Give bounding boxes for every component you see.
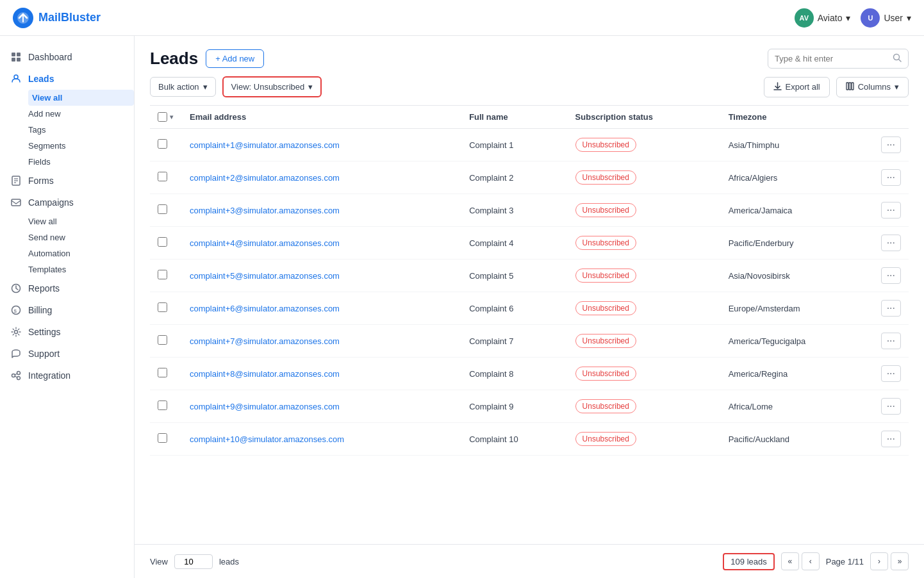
sidebar-item-settings[interactable]: Settings: [0, 321, 134, 343]
add-new-button[interactable]: + Add new: [206, 49, 264, 68]
row-checkbox-7[interactable]: [158, 368, 167, 377]
export-button[interactable]: Export all: [764, 77, 830, 97]
table-row: complaint+10@simulator.amazonses.com Com…: [150, 423, 909, 456]
row-name-3: Complaint 4: [461, 227, 567, 260]
row-timezone-9: Pacific/Auckland: [721, 423, 873, 456]
row-checkbox-cell: [150, 390, 182, 423]
header-chevron-icon[interactable]: ▾: [170, 113, 173, 120]
row-actions-cell-8: ···: [873, 390, 909, 423]
brand-logo[interactable]: MailBluster: [13, 8, 101, 28]
sidebar: Dashboard Leads View all Add new Tags Se…: [0, 36, 135, 578]
row-checkbox-3[interactable]: [158, 237, 167, 247]
export-label: Export all: [786, 82, 820, 92]
row-actions-button-3[interactable]: ···: [881, 235, 901, 251]
sidebar-item-leads[interactable]: Leads: [0, 68, 134, 90]
select-all-checkbox[interactable]: [158, 112, 167, 122]
reports-icon: [10, 283, 22, 294]
email-link-0[interactable]: complaint+1@simulator.amazonses.com: [190, 140, 340, 150]
view-filter-button[interactable]: View: Unsubscribed ▾: [222, 76, 322, 97]
row-checkbox-cell: [150, 129, 182, 161]
account-user[interactable]: U User ▾: [861, 8, 911, 28]
sidebar-item-integration[interactable]: Integration: [0, 365, 134, 386]
svg-rect-1: [12, 53, 15, 56]
row-actions-button-1[interactable]: ···: [881, 169, 901, 186]
page-title-area: Leads + Add new: [150, 49, 264, 69]
col-actions: [873, 106, 909, 129]
email-link-6[interactable]: complaint+7@simulator.amazonses.com: [190, 336, 340, 346]
email-link-7[interactable]: complaint+8@simulator.amazonses.com: [190, 369, 340, 379]
row-checkbox-9[interactable]: [158, 433, 167, 443]
row-checkbox-4[interactable]: [158, 270, 167, 279]
email-link-5[interactable]: complaint+6@simulator.amazonses.com: [190, 304, 340, 313]
search-icon[interactable]: [893, 53, 902, 64]
row-checkbox-5[interactable]: [158, 302, 167, 312]
sidebar-item-forms[interactable]: Forms: [0, 170, 134, 192]
sidebar-item-billing[interactable]: $ Billing: [0, 299, 134, 321]
email-link-1[interactable]: complaint+2@simulator.amazonses.com: [190, 173, 340, 183]
row-checkbox-1[interactable]: [158, 172, 167, 181]
first-page-button[interactable]: «: [781, 552, 799, 570]
toolbar: Bulk action ▾ View: Unsubscribed ▾ Expor…: [135, 69, 924, 105]
row-actions-button-5[interactable]: ···: [881, 300, 901, 317]
sidebar-sub-automation[interactable]: Automation: [28, 245, 134, 261]
last-page-button[interactable]: »: [891, 552, 909, 570]
prev-page-button[interactable]: ‹: [802, 552, 820, 570]
row-timezone-1: Africa/Algiers: [721, 161, 873, 194]
row-timezone-4: Asia/Novosibirsk: [721, 260, 873, 292]
total-leads-badge: 109 leads: [723, 553, 774, 570]
row-actions-cell-0: ···: [873, 129, 909, 161]
row-name-9: Complaint 10: [461, 423, 567, 456]
row-actions-button-9[interactable]: ···: [881, 431, 901, 447]
table-row: complaint+2@simulator.amazonses.com Comp…: [150, 161, 909, 194]
email-link-2[interactable]: complaint+3@simulator.amazonses.com: [190, 206, 340, 215]
row-checkbox-cell: [150, 358, 182, 390]
row-checkbox-8[interactable]: [158, 400, 167, 410]
email-link-9[interactable]: complaint+10@simulator.amazonses.com: [190, 434, 344, 444]
svg-point-17: [17, 377, 21, 380]
sidebar-sub-send-new[interactable]: Send new: [28, 229, 134, 245]
sidebar-item-support[interactable]: Support: [0, 343, 134, 365]
view-filter-chevron-icon: ▾: [308, 82, 313, 92]
row-actions-button-8[interactable]: ···: [881, 398, 901, 415]
row-name-5: Complaint 6: [461, 292, 567, 325]
row-checkbox-2[interactable]: [158, 204, 167, 214]
sidebar-item-reports[interactable]: Reports: [0, 277, 134, 299]
svg-rect-25: [852, 83, 854, 90]
bulk-action-button[interactable]: Bulk action ▾: [150, 77, 216, 97]
row-actions-button-6[interactable]: ···: [881, 333, 901, 349]
row-actions-button-2[interactable]: ···: [881, 202, 901, 219]
status-badge-4: Unsubscribed: [575, 268, 636, 283]
search-input[interactable]: [775, 54, 887, 63]
row-actions-button-0[interactable]: ···: [881, 136, 901, 153]
sidebar-sub-templates[interactable]: Templates: [28, 261, 134, 277]
row-checkbox-0[interactable]: [158, 139, 167, 149]
sidebar-item-dashboard[interactable]: Dashboard: [0, 46, 134, 68]
email-link-4[interactable]: complaint+5@simulator.amazonses.com: [190, 271, 340, 281]
per-page-input[interactable]: [174, 554, 213, 569]
columns-button[interactable]: Columns ▾: [836, 77, 909, 97]
row-email-9: complaint+10@simulator.amazonses.com: [182, 423, 461, 456]
email-link-8[interactable]: complaint+9@simulator.amazonses.com: [190, 402, 340, 411]
account-aviato[interactable]: AV Aviato ▾: [795, 8, 851, 28]
table-row: complaint+9@simulator.amazonses.com Comp…: [150, 390, 909, 423]
next-page-button[interactable]: ›: [870, 552, 888, 570]
search-area[interactable]: [768, 49, 909, 69]
sidebar-sub-camp-view-all[interactable]: View all: [28, 213, 134, 229]
row-checkbox-cell: [150, 161, 182, 194]
row-actions-button-4[interactable]: ···: [881, 267, 901, 284]
sidebar-sub-add-new[interactable]: Add new: [28, 106, 134, 122]
sidebar-item-campaigns[interactable]: Campaigns: [0, 192, 134, 213]
sidebar-sub-view-all[interactable]: View all: [28, 90, 134, 106]
row-name-7: Complaint 8: [461, 358, 567, 390]
sidebar-sub-tags[interactable]: Tags: [28, 122, 134, 138]
row-status-1: Unsubscribed: [568, 161, 721, 194]
col-status: Subscription status: [568, 106, 721, 129]
svg-point-14: [15, 331, 18, 334]
row-actions-button-7[interactable]: ···: [881, 365, 901, 382]
row-checkbox-6[interactable]: [158, 335, 167, 345]
sidebar-campaigns-sub: View all Send new Automation Templates: [0, 213, 134, 277]
sidebar-sub-fields[interactable]: Fields: [28, 154, 134, 170]
email-link-3[interactable]: complaint+4@simulator.amazonses.com: [190, 238, 340, 248]
campaigns-icon: [10, 197, 22, 208]
sidebar-sub-segments[interactable]: Segments: [28, 138, 134, 154]
